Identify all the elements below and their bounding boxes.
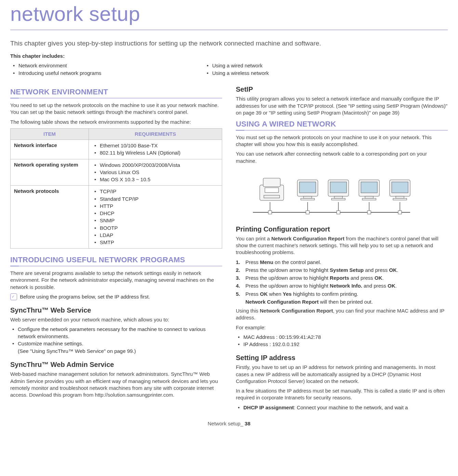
text: on the control panel. [273,259,321,265]
paragraph: You can use network after connecting net… [236,150,448,164]
svg-rect-9 [367,211,371,214]
list-item: IP Address : 192.0.0.192 [236,341,448,348]
toc-col-right: Using a wired network Using a wireless n… [204,62,269,78]
heading-rule [10,266,222,266]
right-column: SetIP This utility program allows you to… [236,85,448,411]
bold-text: OK [260,291,268,297]
list-item-text: Customize machine settings. [18,341,83,346]
text: Press the up/down arrow to highlight [245,267,330,273]
table-header-requirements: REQUIREMENTS [89,128,222,140]
paragraph: In a few situations the IP address must … [236,387,448,401]
environments-table: ITEM REQUIREMENTS Network interface Ethe… [10,128,222,249]
svg-rect-26 [362,198,376,200]
bold-text: Menu [260,259,273,265]
svg-rect-30 [393,198,407,200]
paragraph: Firstly, you have to set up an IP addres… [236,364,448,385]
svg-rect-16 [299,182,316,193]
list-item: BOOTP [92,225,218,232]
svg-rect-12 [263,178,280,187]
bold-text: Reports [330,275,349,281]
svg-rect-21 [334,196,342,198]
text: You can print a [236,236,271,241]
heading-rule [236,130,448,131]
list-item: Customize machine settings. (See "Using … [10,340,222,355]
paragraph: You must set up the network protocols on… [236,134,448,148]
step-item: 4. Press the up/down arrow to highlight … [236,282,448,289]
list-item: DHCP [92,210,218,217]
svg-rect-29 [396,196,404,198]
text: will then be printed out. [319,299,373,305]
bullet-list: DHCP IP assignment: Connect your machine… [236,404,448,411]
bold-text: Yes [283,291,292,297]
svg-rect-18 [301,198,314,200]
paragraph: Web server embedded on your network mach… [10,316,222,323]
page-footer: Network setup_ 38 [10,420,448,427]
list-item: Mac OS X 10.3 ~ 10.5 [92,176,218,183]
note-icon [10,293,17,300]
text: and press [364,267,389,273]
row-values: Ethernet 10/100 Base-TX 802.11 b/g Wirel… [89,140,222,159]
heading-syncthru-web-admin: SyncThru™ Web Admin Service [10,360,222,369]
row-values: Windows 2000/XP/2003/2008/Vista Various … [89,159,222,186]
bold-text: OK [375,275,382,281]
footer-label: Network setup_ [207,421,244,426]
step-item: 3. Press the up/down arrow to highlight … [236,275,448,281]
bold-text: Network Configuration Report [245,299,319,305]
heading-wired-network: USING A WIRED NETWORK [236,119,448,129]
bold-text: Network Configuration Report [260,308,333,314]
svg-rect-7 [306,211,309,214]
paragraph: Using this Network Configuration Report,… [236,307,448,321]
bullet-list: Configure the network parameters necessa… [10,326,222,355]
text: Press [245,291,260,297]
paragraph: You can print a Network Configuration Re… [236,235,448,256]
list-item: Standard TCP/IP [92,196,218,202]
svg-rect-8 [337,211,340,214]
svg-rect-6 [268,211,272,214]
reference-text: (See "Using SyncThru™ Web Service" on pa… [18,348,222,355]
text: when [268,291,283,297]
svg-rect-14 [264,195,280,198]
svg-rect-20 [330,182,347,193]
svg-rect-28 [392,182,408,193]
list-item: LDAP [92,232,218,239]
heading-setting-ip: Setting IP address [236,353,448,362]
heading-setip: SetIP [236,85,448,94]
heading-useful-programs: INTRODUCING USEFUL NETWORK PROGRAMS [10,255,222,265]
example-list: MAC Address : 00:15:99:41:A2:78 IP Addre… [236,334,448,348]
list-item: SMTP [92,239,218,246]
list-item: SNMP [92,217,218,224]
toc-item: Introducing useful network programs [10,70,102,77]
svg-rect-24 [361,182,377,193]
toc-item: Using a wired network [204,62,269,69]
chapter-toc: Network environment Introducing useful n… [10,62,448,78]
text: Press [245,259,260,265]
svg-rect-13 [265,188,279,193]
list-item: Windows 2000/XP/2003/2008/Vista [92,162,218,169]
note-text: Before using the programs below, set the… [20,293,150,300]
bold-text: OK [388,283,395,289]
text: and press [349,275,375,281]
bold-text: System Setup [330,267,364,273]
text: Using this [236,308,260,314]
paragraph: This utility program allows you to selec… [236,95,448,116]
row-values: TCP/IP Standard TCP/IP HTTP DHCP SNMP BO… [89,186,222,249]
list-item: Configure the network parameters necessa… [10,326,222,340]
paragraph: The following table shows the network en… [10,119,222,125]
row-label: Network interface [11,140,89,159]
paragraph: You need to set up the network protocols… [10,102,222,116]
step-item: 1. Press Menu on the control panel. [236,259,448,266]
heading-network-environment: NETWORK ENVIRONMENT [10,87,222,97]
step-item: 5. Press OK when Yes highlights to confi… [236,291,448,306]
svg-rect-25 [365,196,373,198]
list-item: TCP/IP [92,188,218,195]
bold-text: DHCP IP assignment [243,405,294,410]
svg-rect-22 [332,198,345,200]
example-label: For example: [236,324,448,331]
svg-rect-17 [304,196,312,198]
steps-list: 1. Press Menu on the control panel. 2. P… [236,259,448,306]
text: . [382,275,383,281]
toc-item: Using a wireless network [204,70,269,77]
text: and press [362,283,388,289]
table-row: Network interface Ethernet 10/100 Base-T… [11,140,222,159]
heading-rule [10,98,222,98]
